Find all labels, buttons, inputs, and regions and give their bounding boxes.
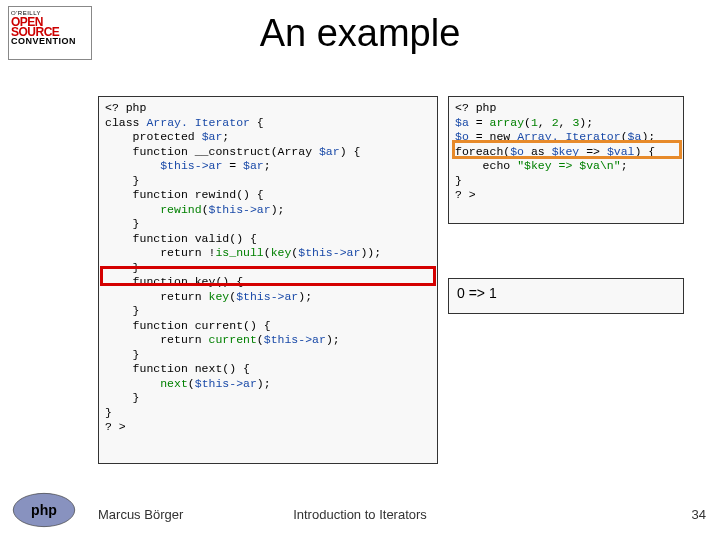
footer-title: Introduction to Iterators [0, 507, 720, 522]
code-right-content: <? php $a = array(1, 2, 3); $o = new Arr… [455, 101, 677, 203]
code-block-left: <? php class Array. Iterator { protected… [98, 96, 438, 464]
code-left-content: <? php class Array. Iterator { protected… [105, 101, 431, 435]
footer-page-number: 34 [692, 507, 706, 522]
output-box: 0 => 1 [448, 278, 684, 314]
output-text: 0 => 1 [457, 285, 497, 301]
code-block-right: <? php $a = array(1, 2, 3); $o = new Arr… [448, 96, 684, 224]
slide-title: An example [0, 12, 720, 55]
slide: O'REILLY OPEN SOURCE CONVENTION An examp… [0, 0, 720, 540]
